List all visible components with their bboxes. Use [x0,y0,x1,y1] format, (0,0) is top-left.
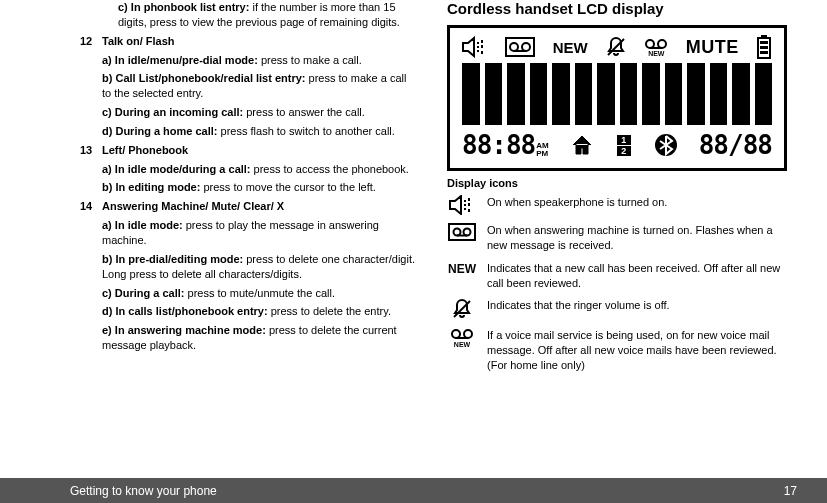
icon-row-tape: On when answering machine is turned on. … [447,223,787,253]
item-11c-label: c) In phonbook list entry: [118,1,249,13]
footer-title: Getting to know your phone [70,484,217,498]
lcd-date: 88/88 [699,130,772,160]
right-column: Cordless handset LCD display NEW NEW MUT… [437,0,797,478]
lcd-row-bottom: 88:88AMPM 1 2 88/88 [462,128,772,162]
icon-row-bell: Indicates that the ringer volume is off. [447,298,787,320]
bell-off-icon [451,298,473,320]
display-icons-heading: Display icons [447,177,787,189]
svg-point-5 [646,40,654,48]
svg-rect-10 [760,41,768,44]
item-12b-label: b) Call List/phonebook/redial list entry… [102,72,306,84]
item-12c-label: c) During an incoming call: [102,106,243,118]
new-icon: NEW [448,261,476,277]
bell-off-icon [605,36,627,58]
speaker-icon [462,36,488,58]
svg-point-6 [658,40,666,48]
item-14: 14Answering Machine/ Mute/ Clear/ X [80,199,417,214]
item-13b-text: press to move the cursor to the left. [200,181,375,193]
item-12a: a) In idle/menu/pre-dial mode: press to … [80,53,417,68]
item-13a: a) In idle mode/during a call: press to … [80,162,417,177]
lcd-time: 88:88AMPM [462,130,549,160]
home-icon [570,133,594,157]
item-12a-text: press to make a call. [258,54,362,66]
icon-desc-tape: On when answering machine is turned on. … [487,223,787,253]
item-12d-text: press flash to switch to another call. [218,125,395,137]
left-column: c) In phonbook list entry: if the number… [70,0,437,478]
item-11c: c) In phonbook list entry: if the number… [80,0,417,30]
speaker-icon [449,195,475,215]
svg-rect-11 [760,46,768,49]
bluetooth-icon [654,133,678,157]
item-12-number: 12 [80,34,102,49]
svg-point-20 [464,330,472,338]
item-12c-text: press to answer the call. [243,106,365,118]
item-12b: b) Call List/phonebook/redial list entry… [80,71,417,101]
battery-icon [756,35,772,59]
lcd-vm-new: NEW [648,50,664,57]
item-14-number: 14 [80,199,102,214]
page-footer: Getting to know your phone 17 [0,478,827,503]
icon-desc-voicemail: If a voice mail service is being used, o… [487,328,787,373]
item-13a-text: press to access the phonebook. [251,163,409,175]
item-14e-label: e) In answering machine mode: [102,324,266,336]
item-12-title: Talk on/ Flash [102,35,175,47]
lcd-pm: PM [536,150,548,158]
svg-point-16 [464,229,471,236]
footer-page-number: 17 [784,484,797,498]
item-12d: d) During a home call: press flash to sw… [80,124,417,139]
item-13: 13Left/ Phonebook [80,143,417,158]
item-14c-text: press to mute/unmute the call. [185,287,335,299]
item-14b-label: b) In pre-dial/editing mode: [102,253,243,265]
item-12c: c) During an incoming call: press to ans… [80,105,417,120]
icon-row-new: NEW Indicates that a new call has been r… [447,261,787,291]
icon-row-speaker: On when speakerphone is turned on. [447,195,787,215]
tape-icon [448,223,476,241]
svg-point-2 [522,43,530,51]
item-12d-label: d) During a home call: [102,125,218,137]
item-12a-label: a) In idle/menu/pre-dial mode: [102,54,258,66]
lcd-mute-text: MUTE [686,37,739,58]
item-13-title: Left/ Phonebook [102,144,188,156]
icon-desc-bell: Indicates that the ringer volume is off. [487,298,670,313]
lcd-display: NEW NEW MUTE 88:88AMPM 1 2 [447,25,787,171]
lcd-row-top: NEW NEW MUTE [462,34,772,60]
item-14a: a) In idle mode: press to play the messa… [80,218,417,248]
item-13-number: 13 [80,143,102,158]
voicemail-new-label: NEW [454,340,470,349]
item-13b: b) In editing mode: press to move the cu… [80,180,417,195]
item-14c-label: c) During a call: [102,287,185,299]
item-14d-text: press to delete the entry. [268,305,391,317]
item-14e: e) In answering machine mode: press to d… [80,323,417,353]
lcd-new-text: NEW [553,39,588,56]
item-14d: d) In calls list/phonebook entry: press … [80,304,417,319]
svg-rect-9 [761,35,767,38]
handset-number-icon: 1 2 [615,135,633,156]
voicemail-icon: NEW [644,38,668,57]
item-13b-label: b) In editing mode: [102,181,200,193]
lcd-heading: Cordless handset LCD display [447,0,787,17]
svg-point-19 [452,330,460,338]
icon-desc-new: Indicates that a new call has been recei… [487,261,787,291]
item-14a-label: a) In idle mode: [102,219,183,231]
page-content: c) In phonbook list entry: if the number… [0,0,827,478]
item-13a-label: a) In idle mode/during a call: [102,163,251,175]
svg-point-15 [454,229,461,236]
item-12: 12Talk on/ Flash [80,34,417,49]
tape-icon [505,37,535,57]
item-14b: b) In pre-dial/editing mode: press to de… [80,252,417,282]
icon-row-voicemail: NEW If a voice mail service is being use… [447,328,787,373]
svg-point-1 [510,43,518,51]
item-14-title: Answering Machine/ Mute/ Clear/ X [102,200,284,212]
voicemail-icon [450,328,474,340]
svg-rect-12 [760,51,768,54]
lcd-signal-bars [462,63,772,125]
lcd-time-digits: 88:88 [462,130,535,160]
item-14c: c) During a call: press to mute/unmute t… [80,286,417,301]
icon-desc-speaker: On when speakerphone is turned on. [487,195,667,210]
item-14d-label: d) In calls list/phonebook entry: [102,305,268,317]
